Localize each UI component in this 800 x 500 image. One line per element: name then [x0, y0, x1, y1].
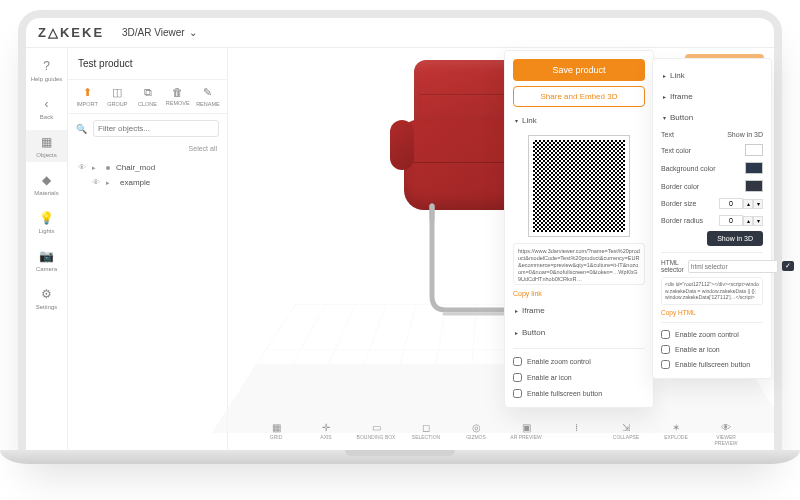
chevron-down-icon: ⌄ [189, 27, 197, 38]
border-color-prop: Border color [661, 179, 763, 193]
bbox-toggle[interactable]: ▭BOUNDING BOX [355, 422, 397, 446]
fullscreen-checkbox[interactable]: Enable fullscreen button [513, 388, 645, 399]
zoom-control-checkbox[interactable]: Enable zoom control [513, 356, 645, 367]
bbox-icon: ▭ [372, 422, 381, 433]
objects-icon: ▦ [39, 134, 55, 150]
axis-toggle[interactable]: ✛AXIS [305, 422, 347, 446]
share-embed-button[interactable]: Share and Embed 3D [513, 86, 645, 107]
button-config-panel: ▸Link ▸Iframe ▾Button TextShow in 3D Tex… [652, 58, 772, 379]
ar-icon-checkbox-2[interactable]: Enable ar icon [661, 344, 763, 355]
ar-icon: ▣ [522, 422, 531, 433]
border-radius-prop: Border radius▴▾ [661, 214, 763, 227]
product-title: Test product [68, 48, 227, 80]
border-radius-stepper[interactable]: ▴▾ [719, 215, 763, 226]
select-all-link[interactable]: Select all [68, 143, 227, 156]
objects-sidebar: Test product ⬆IMPORT ◫GROUP ⧉CLONE 🗑REMO… [68, 48, 228, 450]
embed-snippet[interactable]: <div id="root127112"></div><script>windo… [661, 277, 763, 305]
tree-item-label: example [120, 178, 150, 187]
accordion2-button[interactable]: ▾Button [661, 109, 763, 126]
rename-icon: ✎ [203, 86, 212, 99]
viewer-preview-button[interactable]: 👁VIEWER PREVIEW [705, 422, 747, 446]
gizmos-icon: ◎ [472, 422, 481, 433]
search-icon: 🔍 [76, 124, 87, 134]
accordion-link[interactable]: ▾Link [513, 112, 645, 129]
save-product-button[interactable]: Save product [513, 59, 645, 81]
caret-down-icon: ▾ [663, 114, 666, 121]
eye-icon: 👁 [721, 422, 731, 433]
border-color-swatch[interactable] [745, 180, 763, 192]
stepper-down[interactable]: ▾ [753, 199, 763, 209]
rail-lights[interactable]: 💡Lights [26, 206, 67, 238]
visibility-icon[interactable]: 👁 [92, 178, 100, 187]
rename-button[interactable]: ✎RENAME [195, 86, 221, 107]
rail-help[interactable]: ?Help guides [26, 54, 67, 86]
bg-color-swatch[interactable] [745, 162, 763, 174]
accordion2-link[interactable]: ▸Link [661, 67, 763, 84]
back-icon: ‹ [39, 96, 55, 112]
zoom-control-checkbox-2[interactable]: Enable zoom control [661, 329, 763, 340]
selection-toggle[interactable]: ◻SELECTION [405, 422, 447, 446]
lights-icon: 💡 [39, 210, 55, 226]
accordion2-iframe[interactable]: ▸Iframe [661, 88, 763, 105]
accordion-button[interactable]: ▸Button [513, 324, 645, 341]
separator: ⁞ [555, 422, 597, 446]
copy-html-button[interactable]: Copy HTML [661, 309, 763, 316]
share-embed-panel: Save product Share and Embed 3D ▾Link ht… [504, 50, 654, 408]
grid-icon: ▦ [272, 422, 281, 433]
ar-icon-checkbox[interactable]: Enable ar icon [513, 372, 645, 383]
border-size-stepper[interactable]: ▴▾ [719, 198, 763, 209]
explode-button[interactable]: ✶EXPLODE [655, 422, 697, 446]
clone-icon: ⧉ [144, 86, 152, 99]
text-prop: TextShow in 3D [661, 130, 763, 139]
text-color-prop: Text color [661, 143, 763, 157]
filter-input[interactable] [93, 120, 219, 137]
rail-back[interactable]: ‹Back [26, 92, 67, 124]
copy-link-button[interactable]: Copy link [513, 290, 645, 297]
import-button[interactable]: ⬆IMPORT [74, 86, 100, 107]
viewer-dropdown-label: 3D/AR Viewer [122, 27, 185, 38]
stepper-up[interactable]: ▴ [743, 216, 753, 226]
tree-item-chair[interactable]: 👁▸Chair_mod [76, 160, 219, 175]
text-value[interactable]: Show in 3D [727, 131, 763, 138]
share-url-box[interactable]: https://www.3darviewer.com/?name=Test%20… [513, 243, 645, 285]
gear-icon: ⚙ [39, 286, 55, 302]
stepper-up[interactable]: ▴ [743, 199, 753, 209]
rail-settings[interactable]: ⚙Settings [26, 282, 67, 314]
caret-down-icon: ▾ [515, 117, 518, 124]
selection-icon: ◻ [422, 422, 430, 433]
button-preview[interactable]: Show in 3D [707, 231, 763, 246]
axis-icon: ✛ [322, 422, 330, 433]
rail-materials[interactable]: ◆Materials [26, 168, 67, 200]
rail-camera[interactable]: 📷Camera [26, 244, 67, 276]
collapse-icon: ⇲ [622, 422, 630, 433]
filter-row: 🔍 [68, 114, 227, 143]
trash-icon: 🗑 [172, 86, 183, 98]
gizmos-toggle[interactable]: ◎GIZMOS [455, 422, 497, 446]
collapse-button[interactable]: ⇲COLLAPSE [605, 422, 647, 446]
rail-objects[interactable]: ▦Objects [26, 130, 67, 162]
tree-item-label: Chair_mod [116, 163, 155, 172]
group-button[interactable]: ◫GROUP [104, 86, 130, 107]
left-rail: ?Help guides ‹Back ▦Objects ◆Materials 💡… [26, 48, 68, 450]
stepper-down[interactable]: ▾ [753, 216, 763, 226]
viewer-dropdown[interactable]: 3D/AR Viewer ⌄ [122, 27, 197, 38]
text-color-swatch[interactable] [745, 144, 763, 156]
group-icon: ◫ [112, 86, 122, 99]
validate-icon[interactable]: ✓ [782, 261, 794, 271]
ar-preview-button[interactable]: ▣AR PREVIEW [505, 422, 547, 446]
html-selector-input[interactable] [688, 260, 778, 273]
import-icon: ⬆ [83, 86, 92, 99]
chair-arm-left [390, 120, 414, 170]
qr-code [529, 136, 629, 236]
bg-color-prop: Background color [661, 161, 763, 175]
remove-button[interactable]: 🗑REMOVE [165, 86, 191, 107]
grid-toggle[interactable]: ▦GRID [255, 422, 297, 446]
tree-item-example[interactable]: 👁▸example [76, 175, 219, 190]
fullscreen-checkbox-2[interactable]: Enable fullscreen button [661, 359, 763, 370]
clone-button[interactable]: ⧉CLONE [134, 86, 160, 107]
accordion-iframe[interactable]: ▸Iframe [513, 302, 645, 319]
divider [513, 348, 645, 349]
laptop-notch [345, 450, 455, 456]
caret-right-icon: ▸ [515, 329, 518, 336]
visibility-icon[interactable]: 👁 [78, 163, 86, 172]
